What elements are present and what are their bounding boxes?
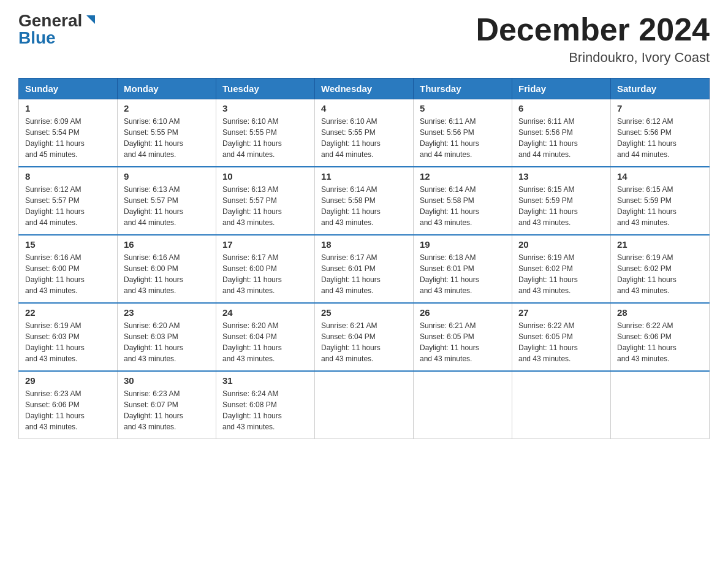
- day-info: Sunrise: 6:20 AMSunset: 6:03 PMDaylight:…: [124, 320, 210, 364]
- day-number: 15: [25, 239, 111, 250]
- day-info: Sunrise: 6:22 AMSunset: 6:06 PMDaylight:…: [617, 320, 703, 364]
- day-number: 30: [124, 375, 210, 386]
- calendar-header-sunday: Sunday: [19, 79, 118, 99]
- day-info: Sunrise: 6:16 AMSunset: 6:00 PMDaylight:…: [124, 252, 210, 296]
- calendar-day-cell: 16Sunrise: 6:16 AMSunset: 6:00 PMDayligh…: [118, 235, 216, 303]
- day-number: 26: [420, 307, 506, 318]
- month-title: December 2024: [476, 12, 710, 47]
- day-info: Sunrise: 6:24 AMSunset: 6:08 PMDaylight:…: [222, 388, 308, 432]
- day-info: Sunrise: 6:11 AMSunset: 5:56 PMDaylight:…: [518, 116, 604, 160]
- day-info: Sunrise: 6:14 AMSunset: 5:58 PMDaylight:…: [321, 184, 407, 228]
- day-number: 8: [25, 171, 111, 182]
- calendar-day-cell: 8Sunrise: 6:12 AMSunset: 5:57 PMDaylight…: [19, 167, 118, 235]
- calendar-header-wednesday: Wednesday: [315, 79, 414, 99]
- day-info: Sunrise: 6:18 AMSunset: 6:01 PMDaylight:…: [420, 252, 506, 296]
- day-info: Sunrise: 6:15 AMSunset: 5:59 PMDaylight:…: [617, 184, 703, 228]
- calendar-header-friday: Friday: [512, 79, 611, 99]
- day-number: 31: [222, 375, 308, 386]
- title-block: December 2024 Brindoukro, Ivory Coast: [476, 12, 710, 66]
- day-number: 12: [420, 171, 506, 182]
- day-number: 9: [124, 171, 210, 182]
- day-info: Sunrise: 6:16 AMSunset: 6:00 PMDaylight:…: [25, 252, 111, 296]
- day-info: Sunrise: 6:23 AMSunset: 6:07 PMDaylight:…: [124, 388, 210, 432]
- calendar-day-cell: 21Sunrise: 6:19 AMSunset: 6:02 PMDayligh…: [611, 235, 710, 303]
- day-number: 17: [222, 239, 308, 250]
- day-info: Sunrise: 6:22 AMSunset: 6:05 PMDaylight:…: [518, 320, 604, 364]
- day-number: 10: [222, 171, 308, 182]
- day-number: 28: [617, 307, 703, 318]
- calendar-day-cell: 6Sunrise: 6:11 AMSunset: 5:56 PMDaylight…: [512, 99, 611, 167]
- calendar-header-thursday: Thursday: [414, 79, 512, 99]
- calendar-day-cell: 25Sunrise: 6:21 AMSunset: 6:04 PMDayligh…: [315, 303, 414, 371]
- calendar-week-row: 1Sunrise: 6:09 AMSunset: 5:54 PMDaylight…: [19, 99, 710, 167]
- calendar-header-saturday: Saturday: [611, 79, 710, 99]
- calendar-day-cell: 9Sunrise: 6:13 AMSunset: 5:57 PMDaylight…: [118, 167, 216, 235]
- day-number: 14: [617, 171, 703, 182]
- calendar-day-cell: 31Sunrise: 6:24 AMSunset: 6:08 PMDayligh…: [216, 371, 315, 439]
- day-number: 2: [124, 103, 210, 113]
- calendar-day-cell: 22Sunrise: 6:19 AMSunset: 6:03 PMDayligh…: [19, 303, 118, 371]
- day-number: 13: [518, 171, 604, 182]
- calendar-header-tuesday: Tuesday: [216, 79, 315, 99]
- calendar-day-cell: 26Sunrise: 6:21 AMSunset: 6:05 PMDayligh…: [414, 303, 512, 371]
- calendar-day-cell: 12Sunrise: 6:14 AMSunset: 5:58 PMDayligh…: [414, 167, 512, 235]
- calendar-day-cell: 1Sunrise: 6:09 AMSunset: 5:54 PMDaylight…: [19, 99, 118, 167]
- calendar-day-cell: 5Sunrise: 6:11 AMSunset: 5:56 PMDaylight…: [414, 99, 512, 167]
- day-info: Sunrise: 6:10 AMSunset: 5:55 PMDaylight:…: [321, 116, 407, 160]
- calendar-day-cell: 18Sunrise: 6:17 AMSunset: 6:01 PMDayligh…: [315, 235, 414, 303]
- day-number: 22: [25, 307, 111, 318]
- calendar-header-row: SundayMondayTuesdayWednesdayThursdayFrid…: [19, 79, 710, 99]
- day-info: Sunrise: 6:13 AMSunset: 5:57 PMDaylight:…: [124, 184, 210, 228]
- calendar-day-cell: 28Sunrise: 6:22 AMSunset: 6:06 PMDayligh…: [611, 303, 710, 371]
- calendar-day-cell: 23Sunrise: 6:20 AMSunset: 6:03 PMDayligh…: [118, 303, 216, 371]
- calendar-empty-cell: [315, 371, 414, 439]
- calendar-week-row: 29Sunrise: 6:23 AMSunset: 6:06 PMDayligh…: [19, 371, 710, 439]
- calendar-day-cell: 2Sunrise: 6:10 AMSunset: 5:55 PMDaylight…: [118, 99, 216, 167]
- day-info: Sunrise: 6:20 AMSunset: 6:04 PMDaylight:…: [222, 320, 308, 364]
- calendar-day-cell: 11Sunrise: 6:14 AMSunset: 5:58 PMDayligh…: [315, 167, 414, 235]
- calendar-week-row: 15Sunrise: 6:16 AMSunset: 6:00 PMDayligh…: [19, 235, 710, 303]
- calendar-empty-cell: [512, 371, 611, 439]
- day-info: Sunrise: 6:23 AMSunset: 6:06 PMDaylight:…: [25, 388, 111, 432]
- calendar-day-cell: 17Sunrise: 6:17 AMSunset: 6:00 PMDayligh…: [216, 235, 315, 303]
- day-number: 7: [617, 103, 703, 113]
- calendar-day-cell: 30Sunrise: 6:23 AMSunset: 6:07 PMDayligh…: [118, 371, 216, 439]
- day-info: Sunrise: 6:10 AMSunset: 5:55 PMDaylight:…: [222, 116, 308, 160]
- day-info: Sunrise: 6:17 AMSunset: 6:01 PMDaylight:…: [321, 252, 407, 296]
- day-info: Sunrise: 6:13 AMSunset: 5:57 PMDaylight:…: [222, 184, 308, 228]
- svg-marker-0: [86, 15, 95, 24]
- day-info: Sunrise: 6:19 AMSunset: 6:02 PMDaylight:…: [617, 252, 703, 296]
- page-header: General Blue December 2024 Brindoukro, I…: [18, 12, 710, 66]
- day-info: Sunrise: 6:10 AMSunset: 5:55 PMDaylight:…: [124, 116, 210, 160]
- day-info: Sunrise: 6:14 AMSunset: 5:58 PMDaylight:…: [420, 184, 506, 228]
- calendar-day-cell: 7Sunrise: 6:12 AMSunset: 5:56 PMDaylight…: [611, 99, 710, 167]
- calendar-table: SundayMondayTuesdayWednesdayThursdayFrid…: [18, 78, 710, 439]
- day-info: Sunrise: 6:11 AMSunset: 5:56 PMDaylight:…: [420, 116, 506, 160]
- day-number: 5: [420, 103, 506, 113]
- day-info: Sunrise: 6:21 AMSunset: 6:05 PMDaylight:…: [420, 320, 506, 364]
- day-number: 23: [124, 307, 210, 318]
- calendar-empty-cell: [611, 371, 710, 439]
- day-number: 20: [518, 239, 604, 250]
- calendar-week-row: 8Sunrise: 6:12 AMSunset: 5:57 PMDaylight…: [19, 167, 710, 235]
- calendar-day-cell: 27Sunrise: 6:22 AMSunset: 6:05 PMDayligh…: [512, 303, 611, 371]
- calendar-day-cell: 14Sunrise: 6:15 AMSunset: 5:59 PMDayligh…: [611, 167, 710, 235]
- day-number: 21: [617, 239, 703, 250]
- calendar-day-cell: 29Sunrise: 6:23 AMSunset: 6:06 PMDayligh…: [19, 371, 118, 439]
- day-number: 27: [518, 307, 604, 318]
- logo-triangle-icon: [84, 13, 97, 26]
- day-number: 16: [124, 239, 210, 250]
- day-number: 25: [321, 307, 407, 318]
- day-number: 6: [518, 103, 604, 113]
- day-info: Sunrise: 6:12 AMSunset: 5:56 PMDaylight:…: [617, 116, 703, 160]
- day-info: Sunrise: 6:17 AMSunset: 6:00 PMDaylight:…: [222, 252, 308, 296]
- logo-general-text: General: [18, 12, 82, 29]
- day-info: Sunrise: 6:21 AMSunset: 6:04 PMDaylight:…: [321, 320, 407, 364]
- day-info: Sunrise: 6:15 AMSunset: 5:59 PMDaylight:…: [518, 184, 604, 228]
- day-number: 29: [25, 375, 111, 386]
- day-number: 3: [222, 103, 308, 113]
- day-number: 18: [321, 239, 407, 250]
- calendar-day-cell: 24Sunrise: 6:20 AMSunset: 6:04 PMDayligh…: [216, 303, 315, 371]
- logo-blue-text: Blue: [18, 29, 56, 47]
- day-number: 1: [25, 103, 111, 113]
